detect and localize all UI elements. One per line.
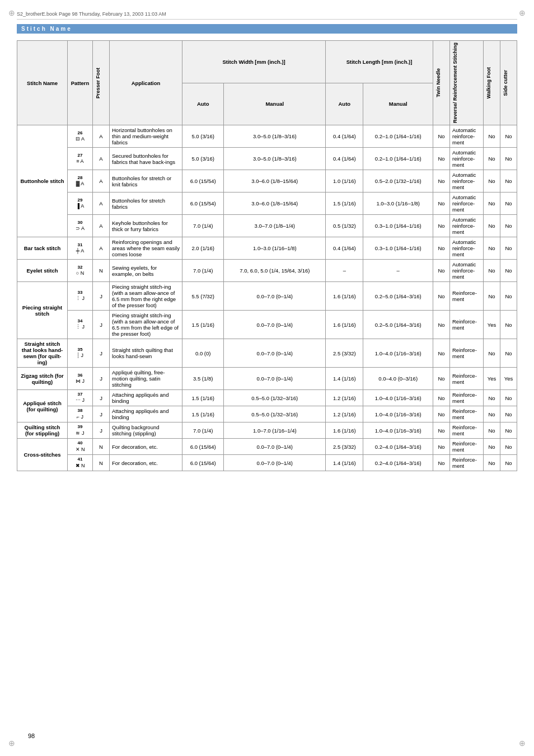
sw-auto-cell: 1.5 (1/16) — [182, 390, 224, 406]
presser-foot-cell: N — [93, 260, 110, 282]
reverse-cell: Automatic reinforce-ment — [450, 237, 484, 260]
side-cutter-cell: No — [500, 339, 517, 368]
sw-auto-cell: 7.0 (1/4) — [182, 260, 224, 282]
pattern-cell: 37⋯ J — [68, 390, 93, 406]
walking-foot-cell: No — [484, 390, 500, 406]
table-row: 38⌐ JJAttaching appliqués and binding1.5… — [17, 406, 517, 422]
stitch-name-cell: Piecing straight stitch — [17, 282, 68, 339]
presser-foot-cell: A — [93, 215, 110, 237]
col-side-cutter: Side cutter — [500, 41, 517, 125]
table-row: Buttonhole stitch26⊟ AAHorizontal button… — [17, 125, 517, 148]
walking-foot-cell: No — [484, 260, 500, 282]
walking-foot-cell: No — [484, 406, 500, 422]
walking-foot-cell: No — [484, 237, 500, 260]
stitch-name-cell: Cross-stitches — [17, 439, 68, 471]
sw-auto-cell: 3.5 (1/8) — [182, 368, 224, 390]
table-row: Zigzag stitch (for quilting)36⋈ JJAppliq… — [17, 368, 517, 390]
walking-foot-cell: No — [484, 282, 500, 311]
walking-foot-cell: No — [484, 455, 500, 471]
pattern-cell: 41✖ N — [68, 455, 93, 471]
twin-needle-cell: No — [433, 390, 450, 406]
sw-auto-cell: 7.0 (1/4) — [182, 422, 224, 439]
reverse-cell: Automatic reinforce-ment — [450, 170, 484, 192]
col-sl-auto: Auto — [326, 83, 363, 125]
table-row: Piecing straight stitch33⋮ JJPiecing str… — [17, 282, 517, 311]
application-cell: Attaching appliqués and binding — [110, 406, 182, 422]
presser-foot-cell: A — [93, 125, 110, 148]
sl-manual-cell: 1.0–4.0 (1/16–3/16) — [363, 422, 433, 439]
sl-manual-cell: 1.0–4.0 (1/16–3/16) — [363, 390, 433, 406]
reverse-cell: Automatic reinforce-ment — [450, 215, 484, 237]
sl-auto-cell: 1.6 (1/16) — [326, 282, 363, 311]
walking-foot-cell: No — [484, 148, 500, 170]
application-cell: Appliqué quilting, free-motion quilting,… — [110, 368, 182, 390]
sl-auto-cell: 1.6 (1/16) — [326, 422, 363, 439]
pattern-cell: 30⊃ A — [68, 215, 93, 237]
twin-needle-cell: No — [433, 311, 450, 339]
sw-manual-cell: 3.0–6.0 (1/8–15/64) — [224, 192, 326, 215]
stitch-name-cell: Eyelet stitch — [17, 260, 68, 282]
application-cell: Reinforcing openings and areas where the… — [110, 237, 182, 260]
walking-foot-cell: No — [484, 422, 500, 439]
stitch-name-cell: Buttonhole stitch — [17, 125, 68, 237]
walking-foot-cell: Yes — [484, 311, 500, 339]
reverse-cell: Automatic reinforce-ment — [450, 148, 484, 170]
side-cutter-cell: No — [500, 311, 517, 339]
sw-manual-cell: 0.5–5.0 (1/32–3/16) — [224, 406, 326, 422]
walking-foot-cell: No — [484, 215, 500, 237]
reverse-cell: Reinforce-ment — [450, 368, 484, 390]
walking-foot-cell: No — [484, 192, 500, 215]
twin-needle-cell: No — [433, 192, 450, 215]
twin-needle-cell: No — [433, 455, 450, 471]
presser-foot-cell: A — [93, 170, 110, 192]
twin-needle-cell: No — [433, 439, 450, 455]
corner-mark-tl: ⊕ — [8, 8, 15, 17]
sw-manual-cell: 0.0–7.0 (0–1/4) — [224, 368, 326, 390]
twin-needle-cell: No — [433, 422, 450, 439]
sl-manual-cell: 0.2–4.0 (1/64–3/16) — [363, 439, 433, 455]
sl-auto-cell: 0.4 (1/64) — [326, 125, 363, 148]
reverse-cell: Reinforce-ment — [450, 390, 484, 406]
application-cell: Keyhole buttonholes for thick or furry f… — [110, 215, 182, 237]
table-row: 34⋮ JJPiecing straight stitch-ing (with … — [17, 311, 517, 339]
pattern-cell: 35┊ J — [68, 339, 93, 368]
stitch-name-cell: Quilting stitch (for stippling) — [17, 422, 68, 439]
sl-auto-cell: 1.4 (1/16) — [326, 368, 363, 390]
sw-auto-cell: 6.0 (15/54) — [182, 192, 224, 215]
sw-auto-cell: 0.0 (0) — [182, 339, 224, 368]
col-sl-manual: Manual — [363, 83, 433, 125]
table-row: Appliqué stitch (for quilting)37⋯ JJAtta… — [17, 390, 517, 406]
sw-auto-cell: 6.0 (15/64) — [182, 455, 224, 471]
table-row: Straight stitch that looks hand-sewn (fo… — [17, 339, 517, 368]
reverse-cell: Reinforce-ment — [450, 455, 484, 471]
sw-auto-cell: 1.5 (1/16) — [182, 311, 224, 339]
sw-auto-cell: 5.0 (3/16) — [182, 148, 224, 170]
col-sw-auto: Auto — [182, 83, 224, 125]
walking-foot-cell: No — [484, 439, 500, 455]
sl-auto-cell: 0.4 (1/64) — [326, 237, 363, 260]
twin-needle-cell: No — [433, 368, 450, 390]
pattern-cell: 32○ N — [68, 260, 93, 282]
col-stitch-length: Stitch Length [mm (inch.)] — [326, 41, 433, 83]
presser-foot-cell: A — [93, 192, 110, 215]
sw-manual-cell: 0.0–7.0 (0–1/4) — [224, 339, 326, 368]
pattern-cell: 34⋮ J — [68, 311, 93, 339]
twin-needle-cell: No — [433, 148, 450, 170]
sl-manual-cell: 0.2–5.0 (1/64–3/16) — [363, 311, 433, 339]
stitch-name-cell: Straight stitch that looks hand-sewn (fo… — [17, 339, 68, 368]
twin-needle-cell: No — [433, 339, 450, 368]
sl-manual-cell: 1.0–3.0 (1/16–1/8) — [363, 192, 433, 215]
presser-foot-cell: J — [93, 368, 110, 390]
page: ⊕ ⊕ ⊕ ⊕ S2_brotherE.book Page 98 Thursda… — [0, 0, 534, 756]
sw-auto-cell: 5.5 (7/32) — [182, 282, 224, 311]
sw-manual-cell: 1.0–7.0 (1/16–1/4) — [224, 422, 326, 439]
col-walking-foot: Walking Foot — [484, 41, 500, 125]
sw-manual-cell: 3.0–5.0 (1/8–3/16) — [224, 148, 326, 170]
twin-needle-cell: No — [433, 282, 450, 311]
side-cutter-cell: No — [500, 439, 517, 455]
sl-manual-cell: 0.5–2.0 (1/32–1/16) — [363, 170, 433, 192]
pattern-cell: 39≋ J — [68, 422, 93, 439]
pattern-cell: 40✕ N — [68, 439, 93, 455]
sw-manual-cell: 3.0–7.0 (1/8–1/4) — [224, 215, 326, 237]
sw-manual-cell: 0.0–7.0 (0–1/4) — [224, 311, 326, 339]
